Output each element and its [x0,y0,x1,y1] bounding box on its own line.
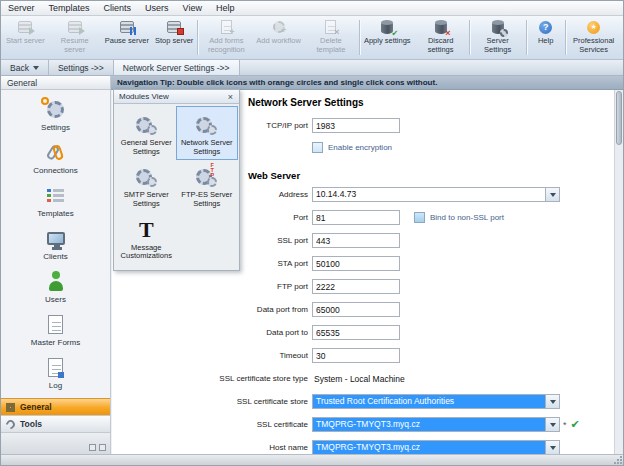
breadcrumb-network-server-settings[interactable]: Network Server Settings ->> [114,60,240,75]
menu-help[interactable]: Help [209,1,242,15]
host-name-value: TMQPRG-TMYQT3.myq.cz [313,441,545,454]
data-port-from-input[interactable] [312,302,400,317]
panel-tools[interactable]: Tools [1,415,110,432]
add-forms-recognition-button: Add forms recognition [199,17,253,58]
ssl-certificate-combobox[interactable]: TMQPRG-TMYQT3.myq.cz [312,417,560,432]
sidebar-item-templates[interactable]: Templates [1,179,110,222]
menu-templates[interactable]: Templates [42,1,97,15]
host-name-combobox[interactable]: TMQPRG-TMYQT3.myq.cz [312,440,560,454]
toolbar-button-label: Stop server [155,37,193,46]
sidebar-item-connections[interactable]: Connections [1,136,110,179]
cert-store-combobox[interactable]: Trusted Root Certification Authorities [312,394,560,409]
tcpip-port-input[interactable] [312,118,400,133]
data-port-to-input[interactable] [312,325,400,340]
ftp-port-input[interactable] [312,279,400,294]
ssl-port-input[interactable] [312,233,400,248]
form-row: SSL port [212,229,614,252]
panel-switch-icon[interactable] [89,444,96,451]
enable-encryption-checkbox[interactable] [312,142,323,153]
gears-icon [136,163,157,191]
module-network-server-settings[interactable]: Network Server Settings [177,107,238,159]
sidebar-item-clients[interactable]: Clients [1,222,110,265]
server-settings-icon [492,19,504,35]
pause-server-button[interactable]: Pause server [102,17,152,58]
back-button[interactable]: Back [1,60,49,75]
paperclips-icon [41,140,71,164]
help-button[interactable]: Help [528,17,564,58]
sidebar-item-label: Master Forms [31,338,80,347]
breadcrumb-settings[interactable]: Settings ->> [49,60,114,75]
bind-non-ssl-checkbox[interactable] [414,212,425,223]
module-general-server-settings[interactable]: General Server Settings [116,107,177,159]
toolbar-separator [526,20,527,55]
form-row: Data port from [212,298,614,321]
timeout-input[interactable] [312,348,400,363]
menu-users[interactable]: Users [138,1,176,15]
menu-server[interactable]: Server [1,1,42,15]
menu-view[interactable]: View [176,1,209,15]
vertical-scrollbar[interactable] [614,90,623,454]
chevron-down-icon[interactable] [545,418,559,431]
chevron-down-icon [33,66,39,70]
toolbar-button-label: Professional Services [570,37,618,54]
address-value: 10.14.4.73 [313,188,545,201]
sidebar-caption: General [1,76,111,90]
gear-icon [41,97,71,121]
professional-services-button[interactable]: Professional Services [567,17,621,58]
add-forms-recognition-icon [221,19,232,35]
sidebar-item-label: Templates [37,209,73,218]
resize-grip[interactable] [613,455,622,464]
module-smtp-server-settings[interactable]: SMTP Server Settings [116,159,177,211]
chevron-down-icon[interactable] [545,188,559,201]
status-bar [1,454,623,465]
delete-template-button: Delete template [304,17,358,58]
ssl-certificate-label: SSL certificate [212,420,308,429]
sidebar-item-settings[interactable]: Settings [1,93,110,136]
toolbar-button-label: Resume server [51,37,99,54]
module-message-customizations[interactable]: T Message Customizations [116,212,177,264]
data-port-from-label: Data port from [212,305,308,314]
close-icon[interactable] [224,91,237,102]
sidebar-item-label: Users [45,295,66,304]
panel-label: General [20,402,52,412]
port-input[interactable] [312,210,400,225]
page-title: Network Server Settings [248,97,614,114]
toolbar-separator [359,20,360,55]
computer-icon [41,226,71,250]
sidebar-item-master-forms[interactable]: Master Forms [1,308,110,351]
menu-clients[interactable]: Clients [97,1,139,15]
sidebar-item-users[interactable]: Users [1,265,110,308]
sidebar: Settings Connections Templates Clients U… [1,90,111,454]
chevron-down-icon[interactable] [545,441,559,454]
modules-view-title: Modules View [119,92,169,101]
scrollbar-thumb[interactable] [616,91,622,145]
module-ftp-es-server-settings[interactable]: FTP FTP-ES Server Settings [177,159,238,211]
wrench-icon [4,418,17,431]
server-settings-button[interactable]: Server Settings [471,17,525,58]
discard-settings-icon [435,19,447,35]
sta-port-input[interactable] [312,256,400,271]
template-list-icon [41,183,71,207]
gears-ftp-icon: FTP [196,163,217,191]
stop-server-button[interactable]: Stop server [152,17,196,58]
toolbar-button-label: Delete template [307,37,355,54]
back-button-label: Back [10,63,29,73]
panel-general[interactable]: General [1,398,110,415]
sidebar-item-label: Clients [43,252,67,261]
apply-settings-button[interactable]: Apply settings [361,17,414,58]
form-row: Address 10.14.4.73 [212,183,614,206]
web-server-heading: Web Server [248,162,614,181]
toolbar-button-label: Pause server [105,37,149,46]
toolbar-separator [565,20,566,55]
enable-encryption-label: Enable encryption [328,143,392,152]
address-combobox[interactable]: 10.14.4.73 [312,187,560,202]
panel-switch-icon[interactable] [99,444,106,451]
chevron-down-icon[interactable] [545,395,559,408]
module-label: General Server Settings [117,139,176,156]
sidebar-item-log[interactable]: Log [1,351,110,394]
cert-store-value: Trusted Root Certification Authorities [313,395,545,408]
discard-settings-button[interactable]: Discard settings [414,17,468,58]
form-row: Host name TMQPRG-TMYQT3.myq.cz [212,436,614,454]
start-server-button: Start server [3,17,48,58]
person-icon [41,269,71,293]
